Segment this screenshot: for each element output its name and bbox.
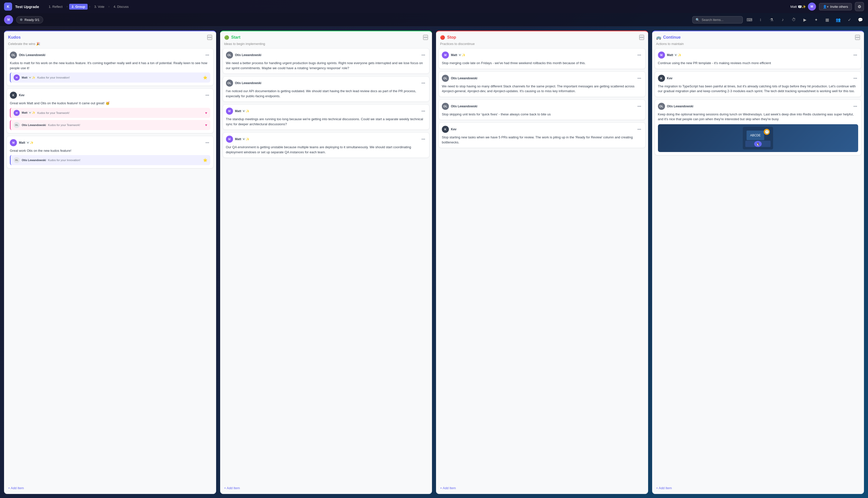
- column-body-continue: M Matt 🐻‍❄️✨ ••• Continue using the new …: [652, 48, 864, 482]
- keyboard-icon[interactable]: ⌨: [746, 16, 753, 23]
- toolbar-avatar: M: [4, 15, 13, 24]
- card-start-4: M Matt 🐻‍❄️✨ ••• Our QA environment is g…: [223, 132, 430, 158]
- reaction-star-kudos-1-1[interactable]: ⭐: [203, 76, 207, 80]
- card-menu-start-4[interactable]: •••: [420, 136, 426, 142]
- ready-badge[interactable]: Ready 0/1: [16, 16, 43, 24]
- card-header-kudos-1: OL Otis Lewandowski •••: [10, 52, 210, 58]
- card-menu-stop-4[interactable]: •••: [637, 127, 642, 132]
- kudos-title-text: Kudos: [8, 35, 21, 40]
- column-menu-stop[interactable]: •••: [639, 35, 644, 40]
- card-avatar-continue-2: K: [658, 75, 665, 82]
- reaction-heart-kudos-2-1[interactable]: ♥: [205, 111, 207, 115]
- column-menu-continue[interactable]: •••: [855, 35, 860, 40]
- card-menu-kudos-2[interactable]: •••: [204, 93, 210, 98]
- card-avatar-stop-3: OL: [442, 103, 449, 110]
- column-footer-stop: + Add Item: [436, 482, 648, 494]
- reaction-kudos-2-2: OL Otis Lewandowski Kudos for your Teamw…: [10, 120, 210, 130]
- user-name: Matt 🐻‍❄️✨: [790, 5, 806, 9]
- star-toolbar-icon[interactable]: ✦: [813, 16, 819, 23]
- add-item-stop[interactable]: + Add Item: [440, 485, 456, 492]
- people-icon[interactable]: 👥: [835, 16, 842, 23]
- card-menu-continue-2[interactable]: •••: [852, 76, 858, 81]
- add-item-start[interactable]: + Add Item: [224, 485, 240, 492]
- user-info: Matt 🐻‍❄️✨ M: [790, 2, 816, 11]
- settings-icon: ⚙: [858, 4, 861, 9]
- search-placeholder: Search items...: [702, 18, 724, 22]
- column-title-stop: 🔴 Stop: [440, 35, 456, 40]
- card-author-kudos-3: M Matt 🐻‍❄️✨: [10, 139, 34, 146]
- column-desc-start: Ideas to begin implementing: [220, 42, 432, 48]
- card-continue-3: OL Otis Lewandowski ••• Keep doing the o…: [655, 100, 862, 155]
- column-header-start: 🟢 Start •••: [220, 31, 432, 42]
- step-discuss[interactable]: 4. Discuss: [111, 4, 131, 10]
- step-vote[interactable]: 3. Vote: [92, 4, 107, 10]
- chat-icon[interactable]: 💬: [857, 16, 864, 23]
- music-icon[interactable]: ♪: [779, 16, 786, 23]
- card-text-kudos-3: Great work Otis on the new kudos feature…: [10, 148, 210, 153]
- grid-icon[interactable]: ▦: [824, 16, 831, 23]
- user-avatar[interactable]: M: [808, 2, 816, 11]
- card-menu-kudos-3[interactable]: •••: [204, 140, 210, 145]
- column-desc-kudos: Celebrate the wins 🎉: [4, 42, 216, 48]
- card-start-3: M Matt 🐻‍❄️✨ ••• The standup meetings ar…: [223, 104, 430, 130]
- card-author-name-stop-3: Otis Lewandowski: [451, 105, 478, 108]
- step-navigation: 1. Reflect › 2. Group › 3. Vote › 4. Dis…: [46, 4, 131, 10]
- card-author-name-continue-3: Otis Lewandowski: [667, 105, 694, 108]
- stop-emoji: 🔴: [440, 35, 445, 40]
- card-author-name-stop-2: Otis Lewandowski: [451, 77, 478, 80]
- card-author-name-continue-1: Matt 🐻‍❄️✨: [667, 53, 682, 57]
- card-menu-stop-3[interactable]: •••: [637, 104, 642, 109]
- card-avatar-kudos-2: K: [10, 92, 17, 99]
- video-icon[interactable]: ▶: [801, 16, 809, 23]
- reaction-heart-kudos-2-2[interactable]: ♥: [205, 123, 207, 127]
- card-author-name-stop-4: Kev: [451, 128, 456, 131]
- card-menu-start-1[interactable]: •••: [420, 53, 426, 57]
- add-item-continue[interactable]: + Add Item: [656, 485, 672, 492]
- card-author-name-start-4: Matt 🐻‍❄️✨: [235, 137, 250, 141]
- column-menu-start[interactable]: •••: [423, 35, 428, 40]
- card-menu-start-3[interactable]: •••: [420, 108, 426, 114]
- card-author-name-continue-2: Kev: [667, 77, 672, 80]
- timer-icon[interactable]: ⏱: [790, 16, 797, 23]
- reaction-text-kudos-2-1: Kudos for your Teamwork!: [37, 112, 70, 114]
- card-avatar-start-3: M: [226, 108, 233, 115]
- card-author-name-kudos-1: Otis Lewandowski: [19, 53, 45, 57]
- card-menu-continue-3[interactable]: •••: [852, 104, 858, 109]
- invite-button[interactable]: 👤+ Invite others: [819, 3, 852, 10]
- column-body-kudos: OL Otis Lewandowski ••• Kudos to matt fo…: [4, 48, 216, 482]
- card-continue-2: K Kev ••• The migration to TypeScript ha…: [655, 71, 862, 97]
- card-menu-stop-2[interactable]: •••: [637, 76, 642, 81]
- card-menu-continue-1[interactable]: •••: [852, 53, 858, 57]
- column-kudos: Kudos ••• Celebrate the wins 🎉 OL Otis L…: [4, 30, 216, 494]
- app-logo[interactable]: K: [4, 2, 12, 11]
- reaction-avatar-kudos-2-2: OL: [14, 122, 20, 128]
- start-emoji: 🟢: [224, 35, 229, 40]
- reaction-star-kudos-3-1[interactable]: ⭐: [203, 158, 207, 162]
- card-kudos-2: K Kev ••• Great work Matt and Otis on th…: [6, 88, 214, 133]
- card-header-kudos-2: K Kev •••: [10, 92, 210, 99]
- reaction-kudos-3-1: OL Otis Lewandowski Kudos for your Innov…: [10, 155, 210, 165]
- card-text-start-3: The standup meetings are running too lon…: [226, 117, 426, 127]
- stop-title-text: Stop: [447, 35, 456, 40]
- column-desc-stop: Practices to discontinue: [436, 42, 648, 48]
- card-menu-start-2[interactable]: •••: [420, 81, 426, 86]
- card-image-continue-3: ABCDE 🕐 🐧: [658, 124, 858, 152]
- step-group[interactable]: 2. Group: [69, 4, 88, 10]
- add-item-kudos[interactable]: + Add Item: [8, 485, 24, 492]
- column-title-start: 🟢 Start: [224, 35, 240, 40]
- step-reflect[interactable]: 1. Reflect: [46, 4, 65, 10]
- card-text-kudos-2: Great work Matt and Otis on the kudos fe…: [10, 101, 210, 106]
- card-avatar-stop-2: OL: [442, 75, 449, 82]
- card-author-name-start-3: Matt 🐻‍❄️✨: [235, 109, 250, 113]
- column-menu-kudos[interactable]: •••: [207, 35, 212, 40]
- card-text-stop-1: Stop merging code late on Fridays - we'v…: [442, 61, 642, 66]
- sort-icon[interactable]: ↕: [757, 16, 764, 23]
- card-menu-kudos-1[interactable]: •••: [204, 53, 210, 57]
- filter-icon[interactable]: ⚗: [768, 16, 775, 23]
- card-author-kudos-1: OL Otis Lewandowski: [10, 52, 45, 58]
- search-bar[interactable]: 🔍 Search items...: [692, 16, 743, 24]
- check-icon[interactable]: ✓: [846, 16, 853, 23]
- settings-button[interactable]: ⚙: [855, 2, 864, 11]
- card-menu-stop-1[interactable]: •••: [637, 53, 642, 57]
- app-title: Test Upgrade: [15, 4, 39, 9]
